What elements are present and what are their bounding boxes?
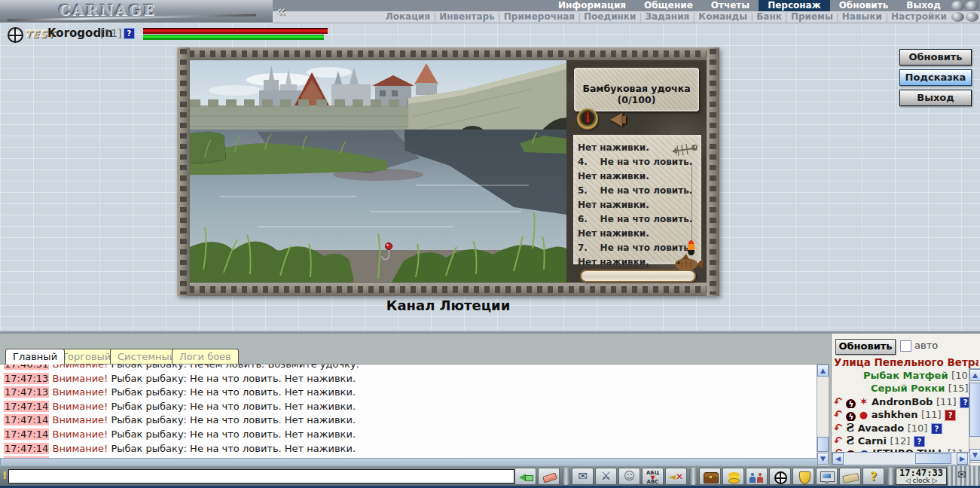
player-info-badge-red[interactable]: ? <box>945 410 956 421</box>
scroll-thumb[interactable] <box>817 437 829 452</box>
scroll-thumb[interactable] <box>969 383 980 437</box>
money-button[interactable] <box>722 468 744 485</box>
banner-ornament <box>951 12 964 22</box>
logo-plate: CARNAGE <box>0 0 273 23</box>
scroll-thumb[interactable] <box>915 453 951 464</box>
player-name[interactable]: ashkhen <box>872 409 918 420</box>
help-button[interactable]: ? <box>862 468 884 485</box>
frame-border <box>177 283 719 296</box>
toolbar-right-cap: ✉ <box>948 466 980 486</box>
msg-text: Рыбак рыбаку: Не на что ловить. Нет нажи… <box>111 373 356 384</box>
clear-button[interactable] <box>538 468 560 485</box>
chat-input[interactable] <box>8 469 514 483</box>
envelope-icon[interactable]: ✉ <box>957 468 966 480</box>
roster-player[interactable]: ↶ Ƨ Avacado [10] ? <box>834 421 973 434</box>
submenu-bank[interactable]: Банк <box>753 11 785 23</box>
player-name[interactable]: Рыбак Матфей <box>863 370 948 381</box>
menu-character-active[interactable]: Персонаж <box>759 0 829 11</box>
roster-refresh-button[interactable]: Обновить <box>835 339 896 355</box>
fishing-scene[interactable] <box>190 60 566 282</box>
banner-ornament <box>966 12 978 22</box>
menu-communication[interactable]: Общение <box>635 0 702 11</box>
msg-time: 17:47:14 <box>4 429 49 440</box>
clock-prev-icon[interactable]: ◁ <box>905 477 911 484</box>
attack-icon[interactable]: ↶ <box>834 408 844 421</box>
emblem-icon <box>774 471 787 484</box>
emblem-button[interactable] <box>769 468 791 485</box>
submenu-settings[interactable]: Настройки <box>888 11 950 23</box>
player-name[interactable]: Carni <box>858 435 887 447</box>
roster-player[interactable]: ↶ ϟ ● ashkhen [11] ? <box>834 408 973 421</box>
game-page: CARNAGE « Информация Общение Отчеты Перс… <box>0 0 980 488</box>
attack-icon[interactable]: ↶ <box>834 421 844 434</box>
users-icon <box>757 477 763 483</box>
submenu-teams[interactable]: Команды <box>695 11 750 23</box>
map-button[interactable] <box>839 468 861 485</box>
roster-player[interactable]: ↶ Ƨ Carni [12] ? <box>834 434 973 447</box>
menu-information[interactable]: Информация <box>549 0 635 11</box>
submenu-duels[interactable]: Поединки <box>581 11 639 23</box>
scroll-up-button[interactable]: ▲ <box>969 369 980 381</box>
roster-location-title: Улица Пепельного Ветра ( 16 <box>834 356 978 368</box>
roster-vscrollbar[interactable]: ▲ ▼ <box>969 368 980 463</box>
horn-icon[interactable] <box>610 113 622 127</box>
players-button[interactable] <box>746 468 768 485</box>
chat-scrollbar[interactable]: ▲ ▼ <box>817 364 829 467</box>
exit-button[interactable]: Выход <box>899 90 972 106</box>
info-icon[interactable]: i <box>577 108 598 130</box>
attack-icon[interactable]: ↶ <box>834 395 844 408</box>
inventory-button[interactable] <box>699 468 721 485</box>
submenu-inventory[interactable]: Инвентарь <box>436 11 498 23</box>
auto-checkbox[interactable] <box>900 340 911 352</box>
toolbar-divider <box>887 468 895 485</box>
chat-message: 17:47:14 Внимание! Рыбак рыбаку: Не на ч… <box>4 400 817 414</box>
smiley-button[interactable]: ☺ <box>618 468 640 485</box>
menu-refresh[interactable]: Обновить <box>830 0 898 11</box>
smiley-icon: ☺ <box>624 469 636 483</box>
player-info-badge[interactable]: ? <box>931 423 942 434</box>
player-info-badge[interactable]: ? <box>914 436 925 447</box>
roster-player[interactable]: Серый Рокки [15] ? <box>871 383 980 395</box>
send-back-button[interactable] <box>514 468 536 485</box>
scroll-down-button[interactable]: ▼ <box>817 453 829 465</box>
scroll-down-button[interactable]: ▼ <box>969 449 980 461</box>
roster-player[interactable]: Рыбак Матфей [10] ? <box>863 370 980 383</box>
submenu-fitting[interactable]: Примерочная <box>501 11 578 23</box>
translit-button[interactable]: АБЦ▼АВС <box>642 468 664 485</box>
mute-button[interactable]: ◄✕ <box>665 468 687 485</box>
refresh-button[interactable]: Обновить <box>899 49 972 66</box>
player-level: [10] <box>908 422 928 434</box>
menu-exit[interactable]: Выход <box>897 0 950 11</box>
duel-button[interactable]: ⚔ <box>595 468 617 485</box>
scroll-left-button[interactable]: ◀ <box>832 453 844 465</box>
roster-hscrollbar[interactable]: ◀ ▶ <box>832 452 970 465</box>
mail-button[interactable]: ✉ <box>572 468 594 485</box>
player-info-badge[interactable]: ? <box>124 28 135 39</box>
clock-controls[interactable]: ◁ clock ▷ <box>896 477 946 484</box>
swords-icon: ⚔ <box>601 469 611 483</box>
msg-text: Рыбак рыбаку: Не на что ловить. Нет нажи… <box>111 401 356 412</box>
scroll-up-button[interactable]: ▲ <box>817 364 829 377</box>
tab-battle-logs[interactable]: Логи боев <box>172 349 239 364</box>
attack-icon[interactable]: ↶ <box>834 434 844 447</box>
hint-button[interactable]: Подсказка <box>899 69 972 86</box>
player-name[interactable]: Avacado <box>858 422 905 434</box>
submenu-skills[interactable]: Приемы <box>788 11 836 23</box>
clock-widget[interactable]: 17:47:33 ◁ clock ▷ <box>896 468 947 485</box>
player-name[interactable]: AndronBob <box>872 396 933 407</box>
scroll-right-button[interactable]: ▶ <box>957 453 968 465</box>
player-name[interactable]: Серый Рокки <box>871 383 945 394</box>
tab-main[interactable]: Главный <box>5 349 65 364</box>
clock-next-icon[interactable]: ▷ <box>932 477 937 484</box>
mail-icon: ✉ <box>578 469 588 483</box>
screen-button[interactable] <box>816 468 838 485</box>
msg-text: Рыбак рыбаку: Не на что ловить. Нет нажи… <box>111 429 356 440</box>
arena-button[interactable] <box>792 468 814 485</box>
submenu-abilities[interactable]: Навыки <box>839 11 885 23</box>
roster-player[interactable]: ↶ ϟ ✶ AndronBob [11] ? <box>834 395 973 408</box>
location-caption: Канал Лютеции <box>177 297 719 313</box>
menu-reports[interactable]: Отчеты <box>702 0 759 11</box>
bottom-toolbar: ! ✉ ⚔ ☺ АБЦ▼АВС ◄✕ ? 17:47:33 ◁ clock ▷ … <box>0 465 980 486</box>
submenu-location[interactable]: Локация <box>383 11 433 23</box>
submenu-quests[interactable]: Задания <box>642 11 692 23</box>
